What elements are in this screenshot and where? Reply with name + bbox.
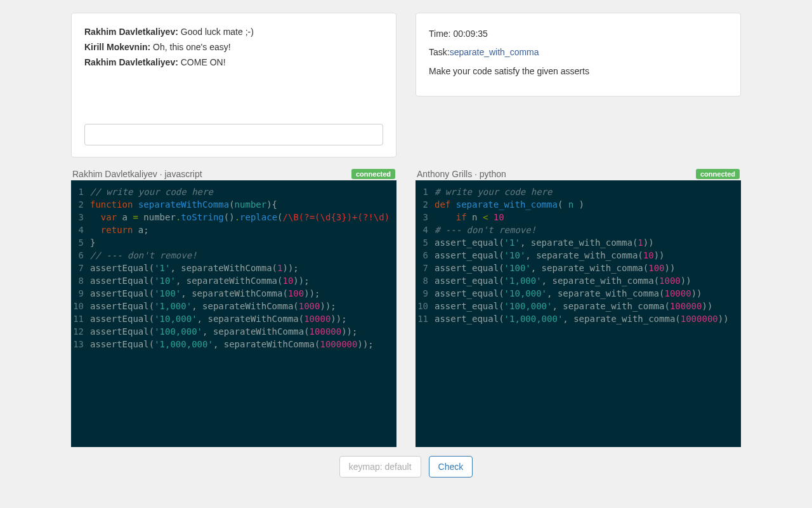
chat-message: Rakhim Davletkaliyev: COME ON! bbox=[84, 55, 383, 70]
time-row: Time: 00:09:35 bbox=[429, 25, 728, 43]
editor-right-pane: Anthony Grills · python connected 1# wri… bbox=[416, 165, 741, 447]
keymap-button[interactable]: keymap: default bbox=[339, 456, 421, 478]
editor-right-title: Anthony Grills · python bbox=[417, 169, 506, 179]
task-info-panel: Time: 00:09:35 Task:separate_with_comma … bbox=[416, 13, 741, 97]
status-badge-left: connected bbox=[351, 169, 395, 179]
chat-messages: Rakhim Davletkaliyev: Good luck mate ;-)… bbox=[84, 25, 383, 70]
time-label: Time: bbox=[429, 29, 453, 39]
task-instructions: Make your code satisfy the given asserts bbox=[429, 62, 728, 81]
code-editor-left[interactable]: 1// write your code here2function separa… bbox=[71, 180, 396, 447]
task-label: Task: bbox=[429, 47, 450, 57]
chat-panel: Rakhim Davletkaliyev: Good luck mate ;-)… bbox=[71, 13, 396, 157]
editor-left-pane: Rakhim Davletkaliyev · javascript connec… bbox=[71, 165, 396, 447]
chat-message: Rakhim Davletkaliyev: Good luck mate ;-) bbox=[84, 25, 383, 40]
editor-left-title: Rakhim Davletkaliyev · javascript bbox=[72, 169, 202, 179]
status-badge-right: connected bbox=[696, 169, 740, 179]
task-link[interactable]: separate_with_comma bbox=[450, 47, 539, 57]
time-value: 00:09:35 bbox=[453, 29, 488, 39]
chat-message: Kirill Mokevnin: Oh, this one's easy! bbox=[84, 40, 383, 55]
chat-input[interactable] bbox=[84, 124, 383, 145]
check-button[interactable]: Check bbox=[429, 456, 473, 478]
code-editor-right[interactable]: 1# write your code here2def separate_wit… bbox=[416, 180, 741, 447]
task-row: Task:separate_with_comma bbox=[429, 43, 728, 62]
